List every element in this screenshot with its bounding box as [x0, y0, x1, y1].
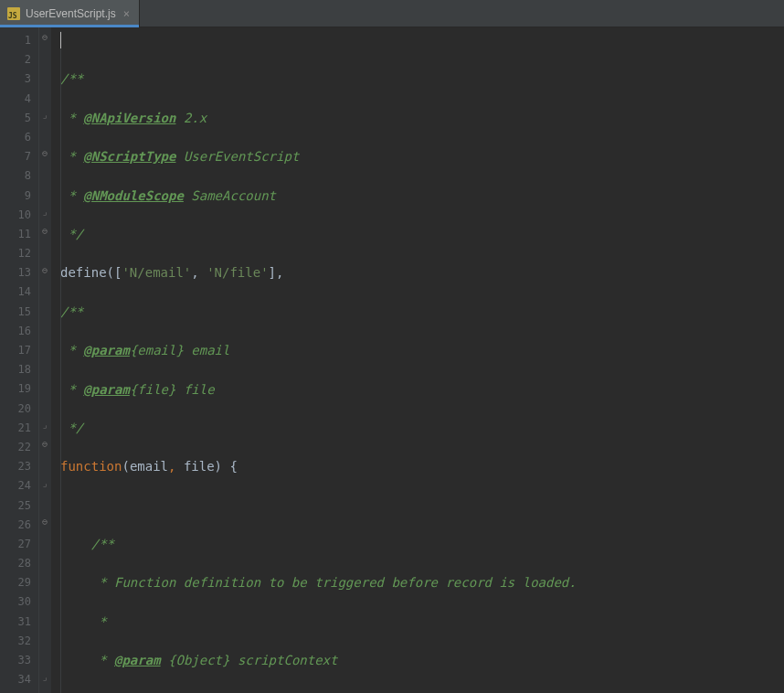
- close-icon[interactable]: ×: [122, 8, 132, 19]
- js-file-icon: JS: [7, 7, 20, 20]
- tab-label: UserEventScript.js: [26, 7, 116, 20]
- line-number: 30: [0, 592, 51, 612]
- code-line[interactable]: * @NScriptType UserEventScript: [60, 147, 784, 166]
- line-number: 17: [0, 341, 51, 360]
- line-number: 20: [0, 400, 51, 419]
- line-number: 14: [0, 283, 51, 302]
- code-area[interactable]: /** * @NApiVersion 2.x * @NScriptType Us…: [51, 27, 784, 693]
- line-number: 7: [0, 147, 51, 166]
- code-line[interactable]: * @NApiVersion 2.x: [60, 109, 784, 128]
- line-number: 21: [0, 419, 51, 438]
- line-number: 29: [0, 573, 51, 592]
- line-number: 1: [0, 31, 51, 50]
- line-number: 22: [0, 438, 51, 457]
- code-line[interactable]: function(email, file) {: [60, 457, 784, 476]
- code-line[interactable]: *: [60, 613, 784, 632]
- line-number: 2: [0, 50, 51, 69]
- line-number: 3: [0, 69, 51, 89]
- line-number: 10: [0, 206, 51, 225]
- tab-usereventscript[interactable]: JS UserEventScript.js ×: [0, 0, 140, 27]
- line-number: 16: [0, 322, 51, 341]
- code-line[interactable]: /**: [60, 535, 784, 554]
- line-number: 25: [0, 496, 51, 516]
- line-number: 32: [0, 632, 51, 651]
- code-line[interactable]: /**: [60, 303, 784, 322]
- line-number: 12: [0, 244, 51, 263]
- line-number: 15: [0, 303, 51, 322]
- line-number: 4: [0, 90, 51, 109]
- code-line[interactable]: * Function definition to be triggered be…: [60, 573, 784, 592]
- line-number: 31: [0, 613, 51, 632]
- line-number: 26: [0, 516, 51, 535]
- line-number: 27: [0, 535, 51, 554]
- line-number: 13: [0, 263, 51, 283]
- line-number: 6: [0, 128, 51, 147]
- line-number: 19: [0, 379, 51, 399]
- line-number: 8: [0, 166, 51, 186]
- line-number: 5: [0, 109, 51, 128]
- line-number: 18: [0, 360, 51, 379]
- code-line[interactable]: * @param{file} file: [60, 380, 784, 400]
- line-number: 23: [0, 457, 51, 476]
- code-line[interactable]: */: [60, 419, 784, 438]
- line-number: 28: [0, 554, 51, 573]
- line-number: 33: [0, 651, 51, 670]
- code-line[interactable]: /**: [60, 69, 784, 89]
- code-line[interactable]: * @NModuleScope SameAccount: [60, 187, 784, 206]
- line-number-gutter: ⊖ ⌟ ⊖ ⌟ ⊖ ⊖ ⌟ ⊖ ⌟ ⊖ ⌟ 1 2 3 4 5 6 7 8 9 …: [0, 27, 51, 693]
- text-caret: [60, 32, 61, 48]
- line-number: 34: [0, 670, 51, 689]
- code-line[interactable]: * @param{email} email: [60, 341, 784, 360]
- tab-bar: JS UserEventScript.js ×: [0, 0, 784, 27]
- code-line[interactable]: define(['N/email', 'N/file'],: [60, 263, 784, 283]
- code-line[interactable]: * @param {Record} scriptContext.newRecor…: [60, 690, 784, 693]
- code-line[interactable]: */: [60, 225, 784, 244]
- line-number: 11: [0, 225, 51, 244]
- line-number: 24: [0, 476, 51, 496]
- code-editor[interactable]: ⊖ ⌟ ⊖ ⌟ ⊖ ⊖ ⌟ ⊖ ⌟ ⊖ ⌟ 1 2 3 4 5 6 7 8 9 …: [0, 27, 784, 693]
- code-line[interactable]: * @param {Object} scriptContext: [60, 651, 784, 670]
- line-number: 9: [0, 187, 51, 206]
- code-line[interactable]: [60, 496, 784, 516]
